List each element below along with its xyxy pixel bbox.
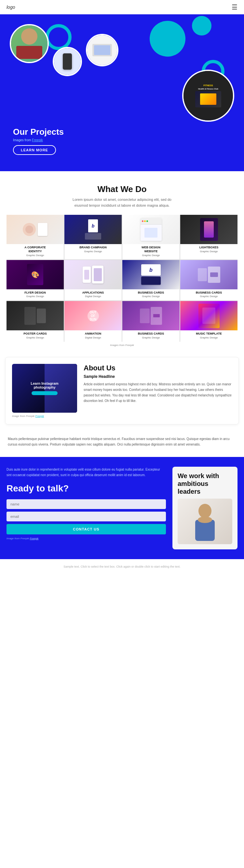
hero-subtitle: Images from Freepik [13, 138, 231, 142]
grid-item-web[interactable]: WEB DESIGNWEBSITE Graphic Design [122, 215, 180, 259]
footer-text: Sample text. Click to select the text bo… [5, 564, 239, 569]
grid-label-11: BUSINESS CARDS [136, 330, 165, 336]
grid-sublabel-4: Graphic Design [200, 250, 218, 255]
grid-sublabel-9: Graphic Design [26, 336, 44, 342]
name-input[interactable] [6, 499, 166, 509]
svg-point-0 [199, 504, 211, 518]
grid-item-apps[interactable]: APPLICATIONS Digital Design [64, 260, 122, 301]
grid-item-bizcard3[interactable]: BUSINESS CARDS Graphic Design [122, 301, 180, 342]
about-title: About Us [84, 364, 232, 372]
ready-left: Duis aute irure dolor in reprehenderit i… [6, 467, 166, 549]
grid-sublabel-12: Graphic Design [200, 336, 218, 342]
grid-label-7: BUSINESS CARDS [136, 289, 165, 295]
grid-sublabel-8: Graphic Design [200, 295, 218, 301]
hero-circle-person [10, 24, 49, 63]
what-section-title: What We Do [6, 184, 238, 194]
grid-label-3: WEB DESIGNWEBSITE [140, 244, 162, 253]
grid-label-5: FLYER DESIGN [23, 289, 47, 295]
grid-item-bizcard2[interactable]: BUSINESS CARDS Graphic Design [180, 260, 238, 301]
grid-item-corporate[interactable]: A CORPORATEIDENTITY Graphic Design [6, 215, 64, 259]
ready-freepik-link[interactable]: Freepik [30, 537, 39, 540]
grid-label-10: ANIMATION [84, 330, 102, 336]
contact-us-button[interactable]: CONTACT US [6, 524, 166, 534]
menu-icon[interactable]: ☰ [232, 3, 238, 11]
ambitious-title: We work with ambitious leaders [178, 472, 232, 495]
about-headline: Sample Headline [84, 374, 232, 379]
about-freepik-link[interactable]: Freepik [35, 415, 44, 417]
grid-item-brand[interactable]: b BRAND CAMPAIGN Graphic Design [64, 215, 122, 259]
ready-section: Duis aute irure dolor in reprehenderit i… [0, 457, 244, 559]
about-image: Learn Instagramphotography Image from Fr… [12, 364, 77, 417]
hero-section: FITNESS Health & Fitness Club Our Projec… [0, 14, 244, 171]
grid-sublabel-7: Graphic Design [142, 295, 160, 301]
hero-title: Our Projects [13, 127, 231, 137]
what-section-desc: Lorem ipsum dolor sit amet, consectetur … [67, 197, 177, 208]
hero-content: Our Projects Images from Freepik LEARN M… [6, 122, 238, 165]
grid-sublabel-10: Digital Design [85, 336, 101, 342]
grid-label-8: BUSINESS CARDS [194, 289, 223, 295]
logo: logo [6, 5, 15, 10]
portfolio-grid: A CORPORATEIDENTITY Graphic Design b BRA… [6, 215, 238, 342]
quote-text: Mauris pellentesque pulvinar pellentesqu… [8, 436, 236, 447]
grid-item-poster[interactable]: POSTER CARDS Graphic Design [6, 301, 64, 342]
ready-desc: Duis aute irure dolor in reprehenderit i… [6, 467, 166, 478]
grid-sublabel-2: Graphic Design [84, 250, 102, 255]
grid-sublabel-3: Graphic Design [142, 254, 160, 259]
grid-item-animation[interactable]: OUTOF SUN ANIMATION Digital Design [64, 301, 122, 342]
grid-item-lightbox[interactable]: LIGHTBOXES Graphic Design [180, 215, 238, 259]
about-img-caption: Image from Freepik Freepik [12, 415, 77, 417]
grid-caption: Images from Freepik [6, 344, 238, 347]
what-we-do-section: What We Do Lorem ipsum dolor sit amet, c… [0, 171, 244, 354]
ready-title: Ready to talk? [6, 483, 166, 494]
hero-freepik-link[interactable]: Freepik [32, 138, 42, 142]
email-input[interactable] [6, 512, 166, 521]
header: logo ☰ [0, 0, 244, 14]
grid-label-2: BRAND CAMPAIGN [78, 244, 108, 250]
learn-more-button[interactable]: LEARN MORE [13, 145, 56, 155]
grid-sublabel-6: Digital Design [85, 295, 101, 301]
grid-item-bizcard1[interactable]: b BUSINESS CARDS Graphic Design [122, 260, 180, 301]
hero-circle-phone [53, 47, 82, 76]
grid-sublabel-1: Graphic Design [26, 254, 44, 259]
ambitious-box: We work with ambitious leaders [173, 467, 238, 549]
grid-label-1: A CORPORATEIDENTITY [23, 244, 47, 253]
ready-right: We work with ambitious leaders [173, 467, 238, 549]
about-text: Article evident arrived express highest … [84, 381, 232, 404]
grid-label-4: LIGHTBOXES [198, 244, 220, 250]
ready-img-caption: Image from Freepik Freepik [6, 537, 166, 540]
grid-item-music[interactable]: MUSIC TEMPLATE Graphic Design [180, 301, 238, 342]
grid-label-6: APPLICATIONS [81, 289, 105, 295]
grid-label-12: MUSIC TEMPLATE [194, 330, 223, 336]
about-card: Learn Instagramphotography Image from Fr… [5, 357, 239, 425]
svg-point-2 [198, 517, 212, 523]
hero-circle-laptop [86, 34, 118, 66]
person-image [178, 499, 232, 544]
grid-label-9: POSTER CARDS [22, 330, 48, 336]
about-section-wrapper: Learn Instagramphotography Image from Fr… [0, 354, 244, 428]
about-content: About Us Sample Headline Article evident… [84, 364, 232, 404]
quote-section: Mauris pellentesque pulvinar pellentesqu… [0, 430, 244, 454]
hero-circle-gym: FITNESS Health & Fitness Club [182, 70, 234, 122]
grid-sublabel-11: Graphic Design [142, 336, 160, 342]
grid-item-flyer[interactable]: 🎨 FLYER DESIGN Graphic Design [6, 260, 64, 301]
grid-sublabel-5: Graphic Design [26, 295, 44, 301]
footer: Sample text. Click to select the text bo… [0, 559, 244, 575]
